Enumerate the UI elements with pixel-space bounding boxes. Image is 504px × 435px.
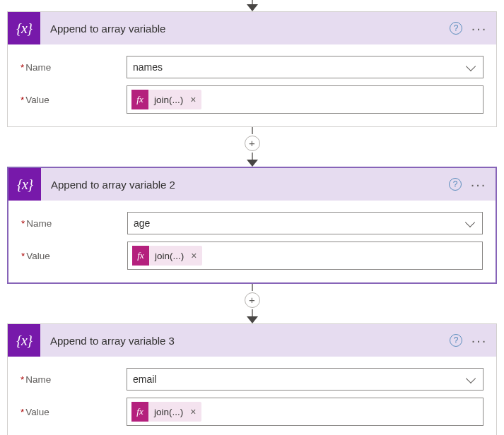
action-body: *Nameemail*Valuefxjoin(...)× <box>8 357 496 435</box>
action-card: {x}Append to array variable?···*Namename… <box>7 11 497 127</box>
flow-connector <box>7 0 497 11</box>
value-input[interactable]: fxjoin(...)× <box>127 242 483 270</box>
help-icon[interactable]: ? <box>449 178 462 191</box>
value-input[interactable]: fxjoin(...)× <box>127 398 484 426</box>
name-label: *Name <box>20 62 127 73</box>
token-remove-button[interactable]: × <box>189 406 201 417</box>
more-icon[interactable]: ··· <box>469 20 489 37</box>
token-remove-button[interactable]: × <box>189 94 201 105</box>
token-text: join(...) <box>149 251 189 261</box>
chevron-down-icon <box>466 373 476 383</box>
value-label: *Value <box>20 95 127 105</box>
name-label: *Name <box>21 218 127 229</box>
chevron-down-icon <box>466 61 476 71</box>
variable-icon: {x} <box>8 324 40 357</box>
expression-token[interactable]: fxjoin(...)× <box>132 246 202 266</box>
add-step-button[interactable]: + <box>245 292 260 308</box>
flow-connector: + <box>7 127 497 167</box>
name-value: age <box>134 218 150 229</box>
token-remove-button[interactable]: × <box>189 250 202 261</box>
arrow-down-icon <box>247 160 258 167</box>
action-header[interactable]: {x}Append to array variable 3?··· <box>8 324 496 357</box>
more-icon[interactable]: ··· <box>469 333 489 349</box>
value-label: *Value <box>21 251 127 261</box>
action-card: {x}Append to array variable 3?···*Nameem… <box>7 323 497 435</box>
expression-token[interactable]: fxjoin(...)× <box>131 90 201 109</box>
fx-icon: fx <box>131 402 148 422</box>
name-select[interactable]: email <box>127 368 484 391</box>
chevron-down-icon <box>465 217 475 227</box>
add-step-button[interactable]: + <box>245 136 260 151</box>
fx-icon: fx <box>132 246 149 266</box>
name-value: email <box>133 374 156 385</box>
action-header[interactable]: {x}Append to array variable 2?··· <box>8 168 496 201</box>
variable-icon: {x} <box>8 168 41 201</box>
action-title: Append to array variable <box>40 23 450 35</box>
token-text: join(...) <box>148 95 189 105</box>
help-icon[interactable]: ? <box>450 334 462 347</box>
more-icon[interactable]: ··· <box>469 177 488 193</box>
value-label: *Value <box>20 407 127 417</box>
flow-connector: + <box>7 284 497 323</box>
expression-token[interactable]: fxjoin(...)× <box>131 402 201 422</box>
variable-icon: {x} <box>8 12 40 44</box>
help-icon[interactable]: ? <box>450 22 462 35</box>
name-label: *Name <box>20 374 127 385</box>
value-input[interactable]: fxjoin(...)× <box>127 85 484 114</box>
name-select[interactable]: names <box>127 56 484 78</box>
action-body: *Namenames*Valuefxjoin(...)× <box>8 44 496 126</box>
action-header[interactable]: {x}Append to array variable?··· <box>8 12 496 44</box>
token-text: join(...) <box>148 407 189 417</box>
action-card: {x}Append to array variable 2?···*Nameag… <box>7 167 497 284</box>
action-title: Append to array variable 3 <box>40 335 450 347</box>
action-title: Append to array variable 2 <box>41 179 449 191</box>
name-select[interactable]: age <box>127 212 483 234</box>
arrow-down-icon <box>247 4 258 11</box>
fx-icon: fx <box>131 90 148 109</box>
action-body: *Nameage*Valuefxjoin(...)× <box>8 201 496 282</box>
arrow-down-icon <box>247 316 258 323</box>
name-value: names <box>133 61 163 73</box>
